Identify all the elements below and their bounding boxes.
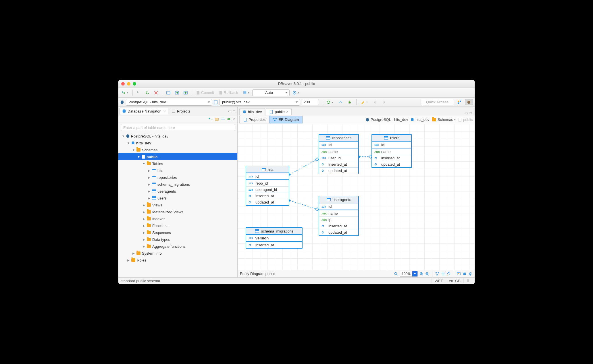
settings-icon[interactable]: [468, 272, 472, 276]
zoom-select[interactable]: 100%: [400, 271, 418, 277]
close-icon[interactable]: ✕: [163, 109, 166, 113]
view-menu-icon[interactable]: ▽: [233, 117, 235, 121]
schema-icon: [269, 110, 273, 114]
minimize-editor-button[interactable]: ▭: [465, 111, 468, 115]
tree-roles[interactable]: ▶Roles: [118, 257, 237, 264]
bc-schemas[interactable]: Schemas▾: [432, 117, 456, 122]
search-input[interactable]: [121, 124, 235, 131]
plug-plus-icon[interactable]: +: [209, 117, 213, 121]
tree-schema-public[interactable]: ▼public: [118, 153, 237, 160]
tx-mode-select[interactable]: Auto: [252, 89, 290, 96]
subtab-properties[interactable]: Properties: [239, 116, 269, 123]
commit-button[interactable]: Commit: [194, 90, 216, 96]
zoom-out-icon[interactable]: [425, 272, 429, 276]
schema-select[interactable]: public@hits_dev: [220, 99, 300, 106]
minimize-view-button[interactable]: ▭: [228, 109, 231, 113]
window-controls: [121, 82, 136, 86]
svg-point-6: [349, 101, 351, 103]
tab-projects[interactable]: Projects: [169, 108, 193, 115]
tree-sysinfo[interactable]: ▶System Info: [118, 250, 237, 257]
svg-rect-39: [457, 272, 461, 275]
sql-recent-button[interactable]: [173, 90, 181, 96]
minimize-window-button[interactable]: [127, 82, 130, 86]
subtab-er-diagram[interactable]: ER Diagram: [269, 116, 303, 123]
bc-connection[interactable]: PostgreSQL - hits_dev: [365, 117, 408, 122]
zoom-in-icon[interactable]: [419, 272, 423, 276]
tree-table-repositories[interactable]: ▶repositories: [118, 174, 237, 181]
tree-views[interactable]: ▶Views: [118, 202, 237, 208]
maximize-view-button[interactable]: □: [233, 109, 235, 113]
app-window: DBeaver 6.0.1 - public ▾ Commit Rollback…: [118, 80, 475, 284]
svg-rect-12: [172, 110, 175, 113]
tree-indexes[interactable]: ▶Indexes: [118, 215, 237, 222]
perspective-button[interactable]: [456, 99, 463, 105]
maximize-editor-button[interactable]: □: [470, 111, 472, 115]
new-connection-button[interactable]: ▾: [120, 90, 130, 96]
tree-schemas[interactable]: ▼Schemas: [118, 146, 237, 153]
context-toolbar: PostgreSQL - hits_dev public@hits_dev 20…: [118, 98, 475, 107]
tx-mode-value: Auto: [265, 90, 273, 95]
tree-table-hits[interactable]: ▶hits: [118, 167, 237, 174]
stop-button[interactable]: [337, 99, 344, 105]
tab-database-navigator[interactable]: Database Navigator ✕: [120, 108, 168, 115]
tree-datatypes[interactable]: ▶Data types: [118, 236, 237, 243]
layout-icon[interactable]: [435, 272, 439, 276]
tx-mode-button[interactable]: ▾: [241, 90, 251, 96]
refresh-diagram-icon[interactable]: [447, 272, 451, 276]
back-button[interactable]: [371, 99, 379, 105]
entity-users[interactable]: users 123id ABCname ⏱inserted_at ⏱update…: [371, 134, 412, 168]
entity-useragents[interactable]: useragents 123id ABCname ABCip ⏱inserted…: [319, 196, 359, 236]
dbeaver-perspective-button[interactable]: [465, 99, 473, 105]
tree-tables[interactable]: ▼Tables: [118, 160, 237, 167]
connection-select[interactable]: PostgreSQL - hits_dev: [126, 99, 212, 106]
search-icon[interactable]: [394, 272, 398, 276]
bc-public[interactable]: public: [458, 117, 473, 122]
close-window-button[interactable]: [121, 82, 125, 86]
tree-table-schema-migrations[interactable]: ▶schema_migrations: [118, 181, 237, 188]
print-icon[interactable]: [463, 272, 467, 276]
reconnect-button[interactable]: [144, 90, 151, 96]
tree-functions[interactable]: ▶Functions: [118, 222, 237, 229]
svg-rect-41: [463, 273, 466, 275]
tree-table-users[interactable]: ▶users: [118, 195, 237, 202]
properties-icon: [243, 118, 247, 122]
tree-matviews[interactable]: ▶Materialized Views: [118, 208, 237, 215]
result-limit-field[interactable]: 200: [302, 99, 319, 105]
titlebar: DBeaver 6.0.1 - public: [118, 80, 475, 88]
collapse-icon[interactable]: —: [221, 117, 225, 121]
tree-sequences[interactable]: ▶Sequences: [118, 229, 237, 236]
main-toolbar: ▾ Commit Rollback ▾ Auto ▾: [118, 88, 475, 98]
sql-new-button[interactable]: [182, 90, 189, 96]
debug-button[interactable]: [346, 99, 353, 105]
zoom-window-button[interactable]: [133, 82, 136, 86]
tree-connection[interactable]: ▼PostgreSQL - hits_dev: [118, 133, 237, 140]
editor-tab-hitsdev[interactable]: hits_dev: [239, 108, 265, 115]
tree-database[interactable]: ▼hits_dev: [118, 140, 237, 146]
bc-database[interactable]: hits_dev: [410, 117, 429, 122]
link-editor-icon[interactable]: ⇄: [227, 117, 230, 121]
er-diagram-canvas[interactable]: hits 123id 123repo_id 123useragent_id ⏱i…: [238, 124, 475, 270]
svg-rect-23: [274, 120, 276, 121]
tx-history-button[interactable]: ▾: [291, 90, 301, 96]
entity-hits[interactable]: hits 123id 123repo_id 123useragent_id ⏱i…: [246, 166, 289, 206]
new-folder-icon[interactable]: [215, 117, 219, 121]
svg-rect-42: [464, 272, 465, 273]
entity-repositories[interactable]: repositories 123id ABCname 123user_id ⏱i…: [319, 134, 359, 174]
close-icon[interactable]: ✕: [286, 110, 288, 114]
tree-aggfunc[interactable]: ▶Aggregate functions: [118, 243, 237, 250]
rollback-button[interactable]: Rollback: [217, 90, 240, 96]
refresh-button[interactable]: ▾: [325, 99, 335, 105]
entity-schema-migrations[interactable]: schema_migrations 123version ⏱inserted_a…: [246, 227, 303, 249]
editor-tab-public[interactable]: public ✕: [266, 108, 292, 115]
search-button[interactable]: ▾: [359, 99, 369, 105]
subtab-er-label: ER Diagram: [278, 117, 299, 122]
connect-button[interactable]: [135, 90, 143, 96]
disconnect-button[interactable]: [152, 90, 160, 96]
sql-editor-button[interactable]: [165, 90, 172, 96]
sql-plus-icon: [184, 91, 188, 95]
forward-button[interactable]: [380, 99, 388, 105]
quick-access-field[interactable]: Quick Access: [421, 99, 454, 105]
export-image-icon[interactable]: [457, 272, 461, 276]
tree-table-useragents[interactable]: ▶useragents: [118, 188, 237, 195]
grid-icon[interactable]: [441, 272, 445, 276]
